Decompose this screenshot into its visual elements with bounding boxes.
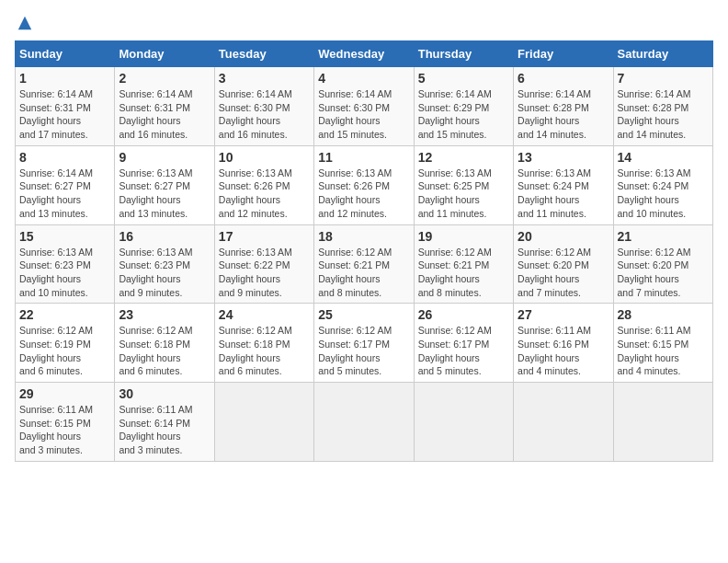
day-number: 1 <box>19 71 110 86</box>
day-number: 10 <box>219 150 310 165</box>
calendar-cell: 28Sunrise: 6:11 AMSunset: 6:15 PMDayligh… <box>613 304 712 383</box>
calendar-cell <box>414 383 513 462</box>
calendar-cell: 3Sunrise: 6:14 AMSunset: 6:30 PMDaylight… <box>214 67 313 146</box>
calendar-cell: 19Sunrise: 6:12 AMSunset: 6:21 PMDayligh… <box>414 224 513 304</box>
weekday-header-wednesday: Wednesday <box>314 41 414 67</box>
day-number: 22 <box>19 307 110 322</box>
calendar-cell: 10Sunrise: 6:13 AMSunset: 6:26 PMDayligh… <box>214 145 313 224</box>
day-info: Sunrise: 6:13 AMSunset: 6:23 PMDaylight … <box>119 246 210 300</box>
calendar-cell: 27Sunrise: 6:11 AMSunset: 6:16 PMDayligh… <box>514 304 613 383</box>
logo <box>15 15 33 31</box>
day-info: Sunrise: 6:11 AMSunset: 6:14 PMDaylight … <box>119 403 210 457</box>
day-info: Sunrise: 6:14 AMSunset: 6:30 PMDaylight … <box>318 87 409 142</box>
day-info: Sunrise: 6:13 AMSunset: 6:22 PMDaylight … <box>219 246 310 300</box>
day-info: Sunrise: 6:13 AMSunset: 6:25 PMDaylight … <box>418 167 509 221</box>
day-info: Sunrise: 6:13 AMSunset: 6:26 PMDaylight … <box>318 167 409 221</box>
calendar-cell: 8Sunrise: 6:14 AMSunset: 6:27 PMDaylight… <box>16 145 115 224</box>
calendar-cell: 4Sunrise: 6:14 AMSunset: 6:30 PMDaylight… <box>314 67 414 146</box>
calendar-week-4: 22Sunrise: 6:12 AMSunset: 6:19 PMDayligh… <box>16 304 713 383</box>
calendar-cell: 23Sunrise: 6:12 AMSunset: 6:18 PMDayligh… <box>115 304 214 383</box>
weekday-header-monday: Monday <box>115 41 214 67</box>
weekday-header-friday: Friday <box>514 41 613 67</box>
calendar-cell: 22Sunrise: 6:12 AMSunset: 6:19 PMDayligh… <box>16 304 115 383</box>
day-number: 23 <box>119 307 210 322</box>
calendar-cell: 13Sunrise: 6:13 AMSunset: 6:24 PMDayligh… <box>514 145 613 224</box>
day-number: 28 <box>618 307 709 322</box>
day-number: 3 <box>219 71 310 86</box>
calendar-cell: 5Sunrise: 6:14 AMSunset: 6:29 PMDaylight… <box>414 67 513 146</box>
calendar-cell: 7Sunrise: 6:14 AMSunset: 6:28 PMDaylight… <box>613 67 712 146</box>
calendar-cell: 26Sunrise: 6:12 AMSunset: 6:17 PMDayligh… <box>414 304 513 383</box>
page-header <box>15 15 713 31</box>
day-number: 4 <box>318 71 409 86</box>
day-info: Sunrise: 6:12 AMSunset: 6:17 PMDaylight … <box>418 324 509 378</box>
day-number: 21 <box>618 229 709 244</box>
day-number: 30 <box>119 386 210 401</box>
day-info: Sunrise: 6:13 AMSunset: 6:27 PMDaylight … <box>119 167 210 221</box>
calendar-week-1: 1Sunrise: 6:14 AMSunset: 6:31 PMDaylight… <box>16 67 713 146</box>
day-info: Sunrise: 6:12 AMSunset: 6:18 PMDaylight … <box>219 324 310 378</box>
calendar-cell: 14Sunrise: 6:13 AMSunset: 6:24 PMDayligh… <box>613 145 712 224</box>
day-number: 24 <box>219 307 310 322</box>
calendar-cell: 21Sunrise: 6:12 AMSunset: 6:20 PMDayligh… <box>613 224 712 304</box>
day-info: Sunrise: 6:12 AMSunset: 6:20 PMDaylight … <box>618 246 709 300</box>
svg-marker-0 <box>18 17 31 29</box>
day-number: 26 <box>418 307 509 322</box>
day-number: 11 <box>318 150 409 165</box>
day-info: Sunrise: 6:12 AMSunset: 6:17 PMDaylight … <box>318 324 409 378</box>
calendar-week-3: 15Sunrise: 6:13 AMSunset: 6:23 PMDayligh… <box>16 224 713 304</box>
calendar-week-2: 8Sunrise: 6:14 AMSunset: 6:27 PMDaylight… <box>16 145 713 224</box>
day-info: Sunrise: 6:13 AMSunset: 6:26 PMDaylight … <box>219 167 310 221</box>
day-number: 2 <box>119 71 210 86</box>
day-info: Sunrise: 6:11 AMSunset: 6:15 PMDaylight … <box>19 403 110 457</box>
day-number: 6 <box>518 71 609 86</box>
day-info: Sunrise: 6:12 AMSunset: 6:21 PMDaylight … <box>418 246 509 300</box>
calendar-cell: 1Sunrise: 6:14 AMSunset: 6:31 PMDaylight… <box>16 67 115 146</box>
calendar-cell: 9Sunrise: 6:13 AMSunset: 6:27 PMDaylight… <box>115 145 214 224</box>
calendar-cell: 12Sunrise: 6:13 AMSunset: 6:25 PMDayligh… <box>414 145 513 224</box>
calendar-week-5: 29Sunrise: 6:11 AMSunset: 6:15 PMDayligh… <box>16 383 713 462</box>
weekday-header-saturday: Saturday <box>613 41 712 67</box>
day-info: Sunrise: 6:14 AMSunset: 6:31 PMDaylight … <box>119 87 210 142</box>
calendar-cell: 17Sunrise: 6:13 AMSunset: 6:22 PMDayligh… <box>214 224 313 304</box>
day-info: Sunrise: 6:14 AMSunset: 6:29 PMDaylight … <box>418 87 509 142</box>
day-number: 27 <box>518 307 609 322</box>
day-number: 5 <box>418 71 509 86</box>
calendar-cell: 18Sunrise: 6:12 AMSunset: 6:21 PMDayligh… <box>314 224 414 304</box>
day-info: Sunrise: 6:11 AMSunset: 6:15 PMDaylight … <box>618 324 709 378</box>
day-info: Sunrise: 6:11 AMSunset: 6:16 PMDaylight … <box>518 324 609 378</box>
day-info: Sunrise: 6:13 AMSunset: 6:23 PMDaylight … <box>19 246 110 300</box>
day-info: Sunrise: 6:14 AMSunset: 6:27 PMDaylight … <box>19 167 110 221</box>
weekday-header-sunday: Sunday <box>16 41 115 67</box>
calendar-cell: 30Sunrise: 6:11 AMSunset: 6:14 PMDayligh… <box>115 383 214 462</box>
day-number: 20 <box>518 229 609 244</box>
day-number: 15 <box>19 229 110 244</box>
day-info: Sunrise: 6:13 AMSunset: 6:24 PMDaylight … <box>618 167 709 221</box>
day-number: 8 <box>19 150 110 165</box>
calendar-cell <box>314 383 414 462</box>
calendar-cell: 29Sunrise: 6:11 AMSunset: 6:15 PMDayligh… <box>16 383 115 462</box>
day-info: Sunrise: 6:12 AMSunset: 6:20 PMDaylight … <box>518 246 609 300</box>
day-info: Sunrise: 6:14 AMSunset: 6:31 PMDaylight … <box>19 87 110 142</box>
calendar-cell: 25Sunrise: 6:12 AMSunset: 6:17 PMDayligh… <box>314 304 414 383</box>
day-info: Sunrise: 6:12 AMSunset: 6:21 PMDaylight … <box>318 246 409 300</box>
calendar-cell: 11Sunrise: 6:13 AMSunset: 6:26 PMDayligh… <box>314 145 414 224</box>
day-number: 19 <box>418 229 509 244</box>
day-number: 17 <box>219 229 310 244</box>
calendar-cell <box>613 383 712 462</box>
calendar-cell: 16Sunrise: 6:13 AMSunset: 6:23 PMDayligh… <box>115 224 214 304</box>
weekday-header-thursday: Thursday <box>414 41 513 67</box>
calendar-cell <box>514 383 613 462</box>
day-info: Sunrise: 6:14 AMSunset: 6:28 PMDaylight … <box>618 87 709 142</box>
day-info: Sunrise: 6:12 AMSunset: 6:18 PMDaylight … <box>119 324 210 378</box>
day-number: 29 <box>19 386 110 401</box>
calendar-cell: 2Sunrise: 6:14 AMSunset: 6:31 PMDaylight… <box>115 67 214 146</box>
day-number: 9 <box>119 150 210 165</box>
calendar-cell <box>214 383 313 462</box>
day-info: Sunrise: 6:14 AMSunset: 6:30 PMDaylight … <box>219 87 310 142</box>
day-number: 18 <box>318 229 409 244</box>
day-info: Sunrise: 6:14 AMSunset: 6:28 PMDaylight … <box>518 87 609 142</box>
calendar-table: SundayMondayTuesdayWednesdayThursdayFrid… <box>15 40 713 462</box>
day-number: 7 <box>618 71 709 86</box>
day-number: 16 <box>119 229 210 244</box>
